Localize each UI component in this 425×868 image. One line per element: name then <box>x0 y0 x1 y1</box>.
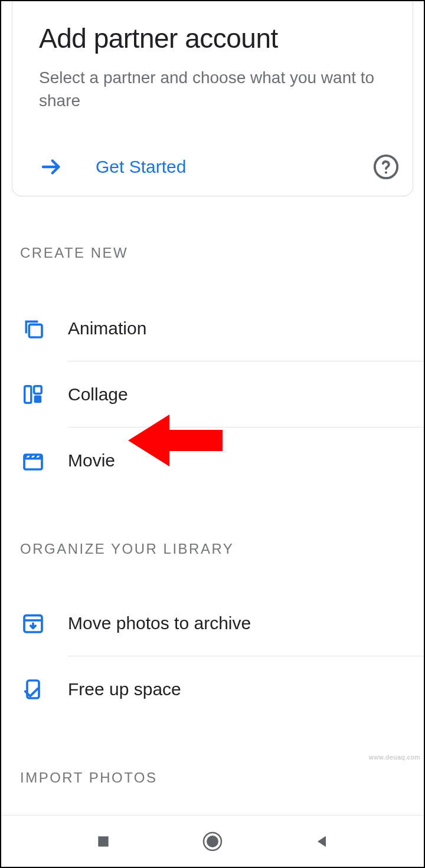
nav-back-button[interactable] <box>308 827 336 856</box>
svg-point-15 <box>207 836 218 847</box>
collage-icon <box>20 382 45 407</box>
section-header-create-new: CREATE NEW <box>1 245 424 261</box>
partner-account-card: Add partner account Select a partner and… <box>12 1 413 196</box>
animation-icon <box>20 316 45 341</box>
section-header-organize: ORGANIZE YOUR LIBRARY <box>1 541 424 557</box>
svg-rect-4 <box>24 386 31 403</box>
free-up-space-row[interactable]: Free up space <box>1 656 424 722</box>
section-header-import: IMPORT PHOTOS <box>1 770 424 786</box>
create-collage-row[interactable]: Collage <box>1 361 424 428</box>
svg-point-2 <box>385 172 387 174</box>
svg-rect-5 <box>34 386 41 394</box>
help-icon[interactable] <box>372 153 400 180</box>
row-label: Animation <box>68 295 424 361</box>
android-nav-bar <box>1 815 424 867</box>
svg-rect-6 <box>34 396 41 403</box>
arrow-right-icon <box>39 154 64 179</box>
free-space-icon <box>20 677 45 702</box>
row-label: Movie <box>68 428 424 494</box>
archive-icon <box>20 611 45 636</box>
card-title: Add partner account <box>39 22 400 54</box>
watermark-text: www.deuaq.com <box>369 754 420 761</box>
nav-recent-button[interactable] <box>89 827 117 856</box>
nav-home-button[interactable] <box>198 827 227 856</box>
row-label: Free up space <box>68 656 424 722</box>
row-label: Collage <box>68 361 424 428</box>
create-animation-row[interactable]: Animation <box>1 295 424 361</box>
get-started-button[interactable]: Get Started <box>96 157 372 177</box>
card-subtitle: Select a partner and choose what you wan… <box>39 66 400 112</box>
svg-rect-13 <box>98 836 108 846</box>
create-movie-row[interactable]: Movie <box>1 428 424 494</box>
movie-icon <box>20 448 45 474</box>
archive-row[interactable]: Move photos to archive <box>1 590 424 656</box>
svg-rect-3 <box>29 325 42 338</box>
row-label: Move photos to archive <box>68 590 424 656</box>
svg-marker-16 <box>318 836 326 847</box>
